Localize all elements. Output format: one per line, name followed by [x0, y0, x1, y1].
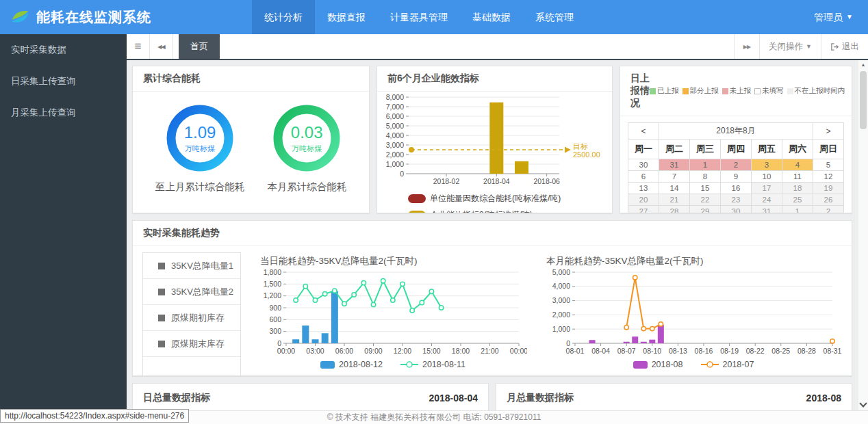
svg-text:08-01: 08-01 [566, 347, 585, 355]
legend-item[interactable]: 单位能量因数综合能耗(吨标准煤/吨) [408, 193, 561, 204]
monthly-trend-block: 本月能耗趋势-35KV总降电量2(千瓦时) 01,0002,0003,0004,… [545, 252, 842, 376]
svg-text:0: 0 [277, 339, 281, 347]
calendar-day-cell[interactable]: 24 [752, 194, 782, 206]
user-menu[interactable]: 管理员 ▼ [799, 0, 868, 34]
meter-item-1[interactable]: 35KV总降电量1 [143, 253, 240, 279]
legend-item[interactable]: 2018-08-12 [320, 360, 383, 369]
calendar-day-cell[interactable]: 14 [659, 183, 690, 194]
app-brand[interactable]: 能耗在线监测系统 [0, 0, 252, 34]
calendar-day-cell[interactable]: 26 [813, 194, 844, 206]
legend-item[interactable]: 2018-08 [633, 360, 683, 369]
scroll-up-icon[interactable]: ▲ [858, 62, 868, 67]
calendar-day-cell[interactable]: 6 [628, 171, 659, 183]
calendar-day-cell[interactable]: 27 [628, 206, 659, 214]
svg-text:08-31: 08-31 [824, 347, 842, 355]
calendar-day-cell[interactable]: 4 [782, 159, 813, 171]
bar-legend-swatch-icon [633, 361, 648, 369]
leaf-logo-icon [10, 7, 30, 27]
calendar-day-cell[interactable]: 31 [659, 159, 690, 171]
dashboard-content: 累计综合能耗 1.09万吨标煤至上月累计综合能耗0.03万吨标煤本月累计综合能耗… [127, 60, 868, 410]
chart-title: 本月能耗趋势-35KV总降电量2(千瓦时) [546, 255, 842, 267]
svg-text:0: 0 [566, 339, 570, 347]
meter-item-2[interactable]: 35KV总降电量2 [143, 279, 240, 305]
calendar-day-cell[interactable]: 2 [813, 206, 844, 214]
calendar-day-cell[interactable]: 20 [628, 194, 659, 206]
calendar-day-cell[interactable]: 16 [721, 183, 752, 194]
panel-title: 实时采集能耗趋势 [133, 221, 852, 246]
calendar-day-cell[interactable]: 8 [690, 171, 721, 183]
scrollbar-thumb[interactable] [860, 71, 867, 129]
top-navbar: 能耗在线监测系统 统计分析数据直报计量器具管理基础数据系统管理 管理员 ▼ [0, 0, 868, 34]
meter-item-3[interactable]: 原煤期初库存 [143, 305, 240, 331]
sidebar-item-1[interactable]: 实时采集数据 [0, 34, 127, 66]
svg-text:00:00: 00:00 [277, 347, 295, 355]
svg-text:7,000: 7,000 [386, 103, 404, 111]
calendar-day-cell[interactable]: 22 [690, 194, 721, 206]
svg-text:08-25: 08-25 [771, 347, 790, 355]
svg-text:06:00: 06:00 [335, 347, 353, 355]
calendar-day-cell[interactable]: 30 [628, 159, 659, 171]
legend-item[interactable]: 企业能效指标2(吨标准煤/吨) [408, 209, 533, 213]
logout-icon [830, 42, 839, 51]
legend-item[interactable]: 2018-08-11 [400, 360, 465, 369]
calendar-weekday-header: 周三 [690, 140, 721, 159]
status-legend-item: 未填写 [754, 86, 784, 96]
nav-item-4[interactable]: 基础数据 [460, 0, 523, 34]
calendar-day-cell[interactable]: 1 [782, 206, 813, 214]
nav-item-2[interactable]: 数据直报 [315, 0, 378, 34]
calendar-day-cell[interactable]: 3 [752, 159, 782, 171]
calendar-day-cell[interactable]: 9 [721, 171, 752, 183]
calendar-day-cell[interactable]: 17 [752, 183, 782, 194]
status-legend-item: 未上报 [722, 86, 752, 96]
panel-daily-total: 日总量数据指标 2018-08-04 [132, 383, 489, 410]
calendar-day-cell[interactable]: 18 [782, 183, 813, 194]
hamburger-icon: ≡ [135, 40, 142, 53]
calendar-day-cell[interactable]: 19 [813, 183, 844, 194]
svg-text:21:00: 21:00 [481, 347, 498, 355]
calendar-day-cell[interactable]: 15 [690, 183, 721, 194]
calendar-day-cell[interactable]: 30 [721, 206, 752, 214]
calendar-day-cell[interactable]: 2 [721, 159, 752, 171]
close-operations-button[interactable]: 关闭操作 ▼ [759, 34, 821, 59]
nav-item-3[interactable]: 计量器具管理 [378, 0, 460, 34]
tab-home[interactable]: 首页 [179, 34, 220, 59]
donut-caption: 本月累计综合能耗 [267, 181, 346, 194]
calendar-day-cell[interactable]: 23 [721, 194, 752, 206]
legend-label: 单位能量因数综合能耗(吨标准煤/吨) [430, 193, 561, 204]
calendar-day-cell[interactable]: 7 [659, 171, 690, 183]
calendar-day-cell[interactable]: 11 [782, 171, 813, 183]
calendar-weekday-header: 周四 [721, 140, 752, 159]
legend-item[interactable]: 2018-07 [701, 360, 754, 369]
calendar-day-cell[interactable]: 12 [813, 171, 844, 183]
vertical-scrollbar[interactable]: ▲ [858, 60, 868, 410]
calendar-day-cell[interactable]: 1 [690, 159, 721, 171]
meter-label: 35KV总降电量2 [171, 286, 233, 298]
calendar-day-cell[interactable]: 29 [690, 206, 721, 214]
tabs-scroll-left-button[interactable]: ◀◀ [150, 34, 173, 59]
nav-item-5[interactable]: 系统管理 [523, 0, 586, 34]
sidebar-toggle-button[interactable]: ≡ [127, 34, 150, 59]
calendar-day-cell[interactable]: 21 [659, 194, 690, 206]
svg-text:08-16: 08-16 [695, 347, 713, 355]
calendar-day-cell[interactable]: 5 [813, 159, 844, 171]
calendar-day-cell[interactable]: 28 [659, 206, 690, 214]
calendar-day-cell[interactable]: 10 [752, 171, 782, 183]
sidebar-item-2[interactable]: 日采集上传查询 [0, 66, 127, 97]
chevron-down-icon: ▼ [806, 43, 812, 50]
calendar-next-button[interactable]: > [813, 123, 844, 140]
calendar-prev-button[interactable]: < [628, 123, 659, 140]
svg-text:6,000: 6,000 [386, 112, 404, 120]
donut-value: 1.09 [184, 123, 216, 142]
svg-text:1,000: 1,000 [552, 325, 570, 333]
panel-title: 日上报情况 [630, 72, 650, 109]
logout-button[interactable]: 退出 [821, 34, 868, 59]
meter-item-4[interactable]: 原煤期末库存 [143, 331, 240, 357]
tabs-scroll-right-button[interactable]: ▶▶ [734, 34, 759, 59]
calendar-day-cell[interactable]: 31 [752, 206, 782, 214]
sidebar-item-3[interactable]: 月采集上传查询 [0, 97, 127, 129]
svg-text:08-07: 08-07 [617, 347, 636, 355]
nav-item-1[interactable]: 统计分析 [252, 0, 315, 34]
scroll-down-icon[interactable] [859, 399, 867, 407]
calendar-day-cell[interactable]: 13 [628, 183, 659, 194]
calendar-day-cell[interactable]: 25 [782, 194, 813, 206]
